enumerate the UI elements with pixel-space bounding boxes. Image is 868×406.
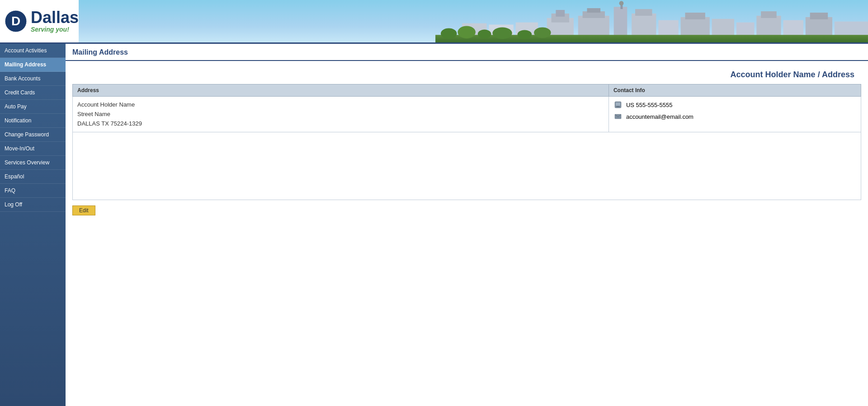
svg-point-32 bbox=[492, 27, 512, 39]
sidebar-item-notification[interactable]: Notification bbox=[0, 114, 66, 128]
svg-rect-16 bbox=[685, 12, 705, 19]
header-skyline bbox=[79, 0, 868, 43]
phone-label: US 555-555-5555 bbox=[626, 102, 673, 108]
sidebar-item-bank-accounts[interactable]: Bank Accounts bbox=[0, 72, 66, 86]
sidebar-item-log-off[interactable]: Log Off bbox=[0, 198, 66, 212]
email-row: accountemail@email.com bbox=[613, 112, 856, 121]
svg-rect-20 bbox=[761, 11, 777, 18]
phone-icon bbox=[613, 100, 623, 109]
header: D Dallas Serving you! bbox=[0, 0, 868, 44]
contact-column-header: Contact Info bbox=[609, 84, 861, 97]
svg-rect-3 bbox=[614, 7, 627, 38]
email-icon bbox=[613, 112, 623, 121]
account-holder-title: Account Holder Name / Address bbox=[72, 65, 861, 84]
app-container: Account Activities Mailing Address Bank … bbox=[0, 44, 868, 406]
sidebar-item-move-in-out[interactable]: Move-In/Out bbox=[0, 142, 66, 156]
svg-rect-23 bbox=[810, 12, 828, 19]
svg-rect-11 bbox=[587, 8, 601, 13]
account-holder-name: Account Holder Name bbox=[77, 100, 604, 110]
page-title: Mailing Address bbox=[72, 48, 128, 56]
sidebar-item-espanol[interactable]: Español bbox=[0, 170, 66, 184]
svg-point-31 bbox=[478, 29, 491, 38]
sidebar: Account Activities Mailing Address Bank … bbox=[0, 44, 66, 406]
svg-rect-8 bbox=[556, 10, 565, 17]
logo-dallas-label: Dallas bbox=[31, 9, 79, 26]
sidebar-item-mailing-address[interactable]: Mailing Address bbox=[0, 58, 66, 72]
address-column-header: Address bbox=[73, 84, 609, 97]
sidebar-item-credit-cards[interactable]: Credit Cards bbox=[0, 86, 66, 100]
sidebar-item-faq[interactable]: FAQ bbox=[0, 184, 66, 198]
sidebar-item-change-password[interactable]: Change Password bbox=[0, 128, 66, 142]
svg-point-5 bbox=[619, 1, 624, 5]
logo-tagline-label: Serving you! bbox=[31, 26, 79, 33]
svg-rect-13 bbox=[635, 9, 652, 16]
city-state-zip: DALLAS TX 75224-1329 bbox=[77, 119, 604, 129]
email-label: accountemail@email.com bbox=[626, 113, 693, 120]
phone-row: US 555-555-5555 bbox=[613, 100, 856, 109]
edit-button[interactable]: Edit bbox=[72, 205, 95, 215]
svg-text:D: D bbox=[11, 14, 20, 28]
table-row: Account Holder Name Street Name DALLAS T… bbox=[73, 97, 861, 132]
dallas-logo-icon: D bbox=[5, 10, 27, 33]
address-cell: Account Holder Name Street Name DALLAS T… bbox=[73, 97, 609, 132]
contact-cell: US 555-555-5555 acco bbox=[609, 97, 861, 132]
svg-point-30 bbox=[458, 26, 476, 38]
content-area: Account Holder Name / Address Address Co… bbox=[66, 61, 868, 220]
svg-rect-37 bbox=[616, 106, 620, 107]
page-header: Mailing Address bbox=[66, 44, 868, 61]
svg-point-34 bbox=[534, 27, 551, 38]
address-text: Account Holder Name Street Name DALLAS T… bbox=[77, 100, 604, 128]
logo-area: D Dallas Serving you! bbox=[0, 9, 79, 33]
sidebar-item-services-overview[interactable]: Services Overview bbox=[0, 156, 66, 170]
sidebar-item-account-activities[interactable]: Account Activities bbox=[0, 44, 66, 58]
logo-text: Dallas Serving you! bbox=[31, 9, 79, 33]
svg-point-29 bbox=[441, 28, 457, 39]
sidebar-item-auto-pay[interactable]: Auto Pay bbox=[0, 100, 66, 114]
street-name: Street Name bbox=[77, 110, 604, 119]
main-content: Mailing Address Account Holder Name / Ad… bbox=[66, 44, 868, 406]
data-table: Address Contact Info Account Holder Name… bbox=[72, 84, 861, 200]
edit-row: Edit bbox=[72, 205, 861, 215]
svg-point-33 bbox=[518, 30, 532, 39]
empty-row bbox=[73, 132, 861, 200]
svg-rect-36 bbox=[616, 103, 620, 106]
